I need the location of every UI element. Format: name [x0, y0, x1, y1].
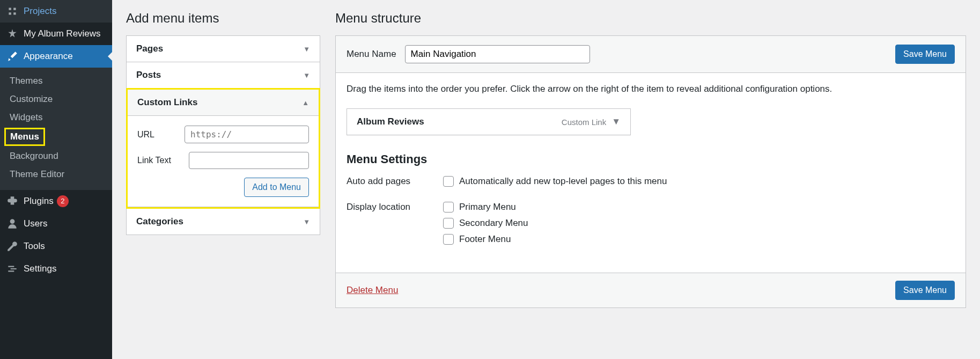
sidebar-item-label: Projects	[24, 6, 56, 17]
footer-menu-label: Footer Menu	[459, 234, 511, 245]
admin-sidebar: Projects My Album Reviews Appearance The…	[0, 0, 112, 359]
sidebar-item-label: Settings	[24, 263, 56, 274]
sidebar-item-appearance[interactable]: Appearance	[0, 45, 112, 68]
auto-add-text: Automatically add new top-level pages to…	[459, 176, 667, 187]
accordion-label: Categories	[136, 216, 183, 227]
sidebar-item-label: Appearance	[24, 51, 73, 62]
url-input[interactable]	[185, 126, 309, 143]
menu-name-input[interactable]	[405, 45, 590, 63]
menu-structure-column: Menu structure Menu Name Save Menu Drag …	[335, 11, 966, 348]
chevron-down-icon: ▼	[303, 45, 310, 53]
submenu-widgets[interactable]: Widgets	[0, 108, 112, 127]
link-text-input[interactable]	[189, 152, 309, 169]
plugins-update-badge: 2	[57, 195, 69, 207]
footer-menu-checkbox[interactable]	[443, 234, 454, 245]
primary-menu-label: Primary Menu	[459, 202, 516, 213]
sidebar-item-settings[interactable]: Settings	[0, 258, 112, 280]
submenu-menus[interactable]: Menus	[4, 128, 45, 146]
sidebar-item-label: My Album Reviews	[24, 28, 101, 39]
add-items-accordion: Pages ▼ Posts ▼ Custom Links ▲ URL	[126, 35, 320, 235]
chevron-down-icon[interactable]: ▼	[611, 116, 621, 127]
appearance-submenu: Themes Customize Widgets Menus Backgroun…	[0, 68, 112, 190]
pin-icon	[6, 28, 18, 40]
menu-item-type: Custom Link	[562, 118, 606, 127]
sidebar-item-users[interactable]: Users	[0, 213, 112, 235]
submenu-theme-editor[interactable]: Theme Editor	[0, 165, 112, 184]
accordion-custom-links[interactable]: Custom Links ▲	[128, 90, 319, 116]
main-content: Add menu items Pages ▼ Posts ▼ Custom Li…	[112, 0, 980, 359]
submenu-themes[interactable]: Themes	[0, 72, 112, 90]
secondary-menu-label: Secondary Menu	[459, 218, 528, 229]
submenu-background[interactable]: Background	[0, 147, 112, 165]
plugin-icon	[6, 195, 18, 207]
structure-heading: Menu structure	[335, 11, 966, 26]
sidebar-item-label: Plugins	[24, 196, 54, 207]
submenu-customize[interactable]: Customize	[0, 90, 112, 108]
menu-item-label: Album Reviews	[357, 116, 562, 127]
delete-menu-link[interactable]: Delete Menu	[347, 285, 398, 296]
menu-footer-row: Delete Menu Save Menu	[336, 273, 966, 307]
sidebar-item-label: Tools	[24, 241, 45, 252]
menu-settings-heading: Menu Settings	[347, 152, 955, 166]
secondary-menu-checkbox[interactable]	[443, 218, 454, 229]
drag-help-text: Drag the items into the order you prefer…	[347, 84, 955, 94]
menu-editor-box: Menu Name Save Menu Drag the items into …	[335, 35, 966, 308]
accordion-categories[interactable]: Categories ▼	[127, 209, 320, 235]
chevron-down-icon: ▼	[303, 71, 310, 79]
accordion-posts[interactable]: Posts ▼	[127, 62, 320, 89]
custom-links-panel: URL Link Text Add to Menu	[128, 116, 319, 207]
structure-body: Drag the items into the order you prefer…	[336, 73, 966, 273]
chevron-up-icon: ▲	[302, 99, 309, 107]
accordion-label: Custom Links	[137, 97, 197, 108]
save-menu-button-top[interactable]: Save Menu	[895, 45, 955, 64]
auto-add-checkbox[interactable]	[443, 176, 454, 187]
display-location-label: Display location	[347, 202, 443, 213]
sidebar-item-projects[interactable]: Projects	[0, 0, 112, 23]
sidebar-item-label: Users	[24, 218, 47, 229]
chevron-down-icon: ▼	[303, 218, 310, 226]
wrench-icon	[6, 240, 18, 252]
user-icon	[6, 218, 18, 230]
accordion-pages[interactable]: Pages ▼	[127, 36, 320, 62]
menu-name-row: Menu Name Save Menu	[336, 36, 966, 73]
save-menu-button-bottom[interactable]: Save Menu	[895, 281, 955, 300]
accordion-label: Pages	[136, 43, 163, 54]
url-label: URL	[137, 130, 180, 140]
add-items-heading: Add menu items	[126, 11, 320, 26]
sliders-icon	[6, 263, 18, 275]
sidebar-item-plugins[interactable]: Plugins 2	[0, 190, 112, 213]
portfolio-icon	[6, 5, 18, 17]
primary-menu-checkbox[interactable]	[443, 202, 454, 213]
menu-name-label: Menu Name	[347, 49, 396, 60]
add-menu-items-column: Add menu items Pages ▼ Posts ▼ Custom Li…	[126, 11, 320, 348]
auto-add-label: Auto add pages	[347, 176, 443, 187]
custom-links-highlight: Custom Links ▲ URL Link Text Add to Menu	[126, 88, 320, 209]
sidebar-item-album-reviews[interactable]: My Album Reviews	[0, 23, 112, 45]
menu-item-album-reviews[interactable]: Album Reviews Custom Link ▼	[347, 108, 631, 135]
link-text-label: Link Text	[137, 156, 185, 165]
brush-icon	[6, 50, 18, 62]
sidebar-item-tools[interactable]: Tools	[0, 235, 112, 258]
add-to-menu-button[interactable]: Add to Menu	[244, 178, 309, 197]
accordion-label: Posts	[136, 70, 161, 80]
